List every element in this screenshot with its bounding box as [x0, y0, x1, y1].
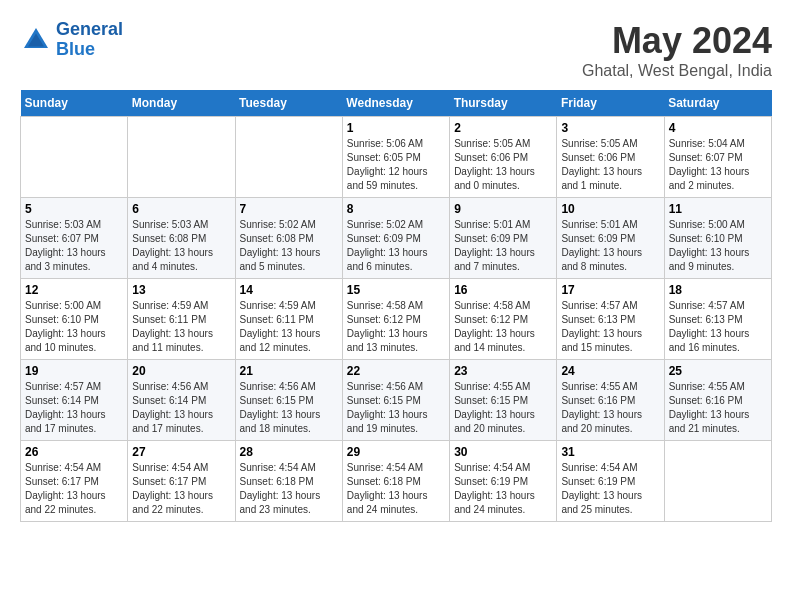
day-info: Sunrise: 4:59 AM Sunset: 6:11 PM Dayligh…	[132, 299, 230, 355]
day-info: Sunrise: 4:55 AM Sunset: 6:16 PM Dayligh…	[669, 380, 767, 436]
day-info: Sunrise: 5:04 AM Sunset: 6:07 PM Dayligh…	[669, 137, 767, 193]
day-cell: 13Sunrise: 4:59 AM Sunset: 6:11 PM Dayli…	[128, 279, 235, 360]
week-row: 19Sunrise: 4:57 AM Sunset: 6:14 PM Dayli…	[21, 360, 772, 441]
day-number: 20	[132, 364, 230, 378]
day-info: Sunrise: 4:56 AM Sunset: 6:15 PM Dayligh…	[240, 380, 338, 436]
day-cell: 9Sunrise: 5:01 AM Sunset: 6:09 PM Daylig…	[450, 198, 557, 279]
day-number: 4	[669, 121, 767, 135]
day-number: 16	[454, 283, 552, 297]
day-info: Sunrise: 4:54 AM Sunset: 6:18 PM Dayligh…	[240, 461, 338, 517]
day-info: Sunrise: 4:56 AM Sunset: 6:15 PM Dayligh…	[347, 380, 445, 436]
header-day: Saturday	[664, 90, 771, 117]
day-cell: 10Sunrise: 5:01 AM Sunset: 6:09 PM Dayli…	[557, 198, 664, 279]
logo-line1: General	[56, 19, 123, 39]
day-number: 9	[454, 202, 552, 216]
day-cell: 11Sunrise: 5:00 AM Sunset: 6:10 PM Dayli…	[664, 198, 771, 279]
day-info: Sunrise: 5:01 AM Sunset: 6:09 PM Dayligh…	[454, 218, 552, 274]
header-row: SundayMondayTuesdayWednesdayThursdayFrid…	[21, 90, 772, 117]
day-cell: 22Sunrise: 4:56 AM Sunset: 6:15 PM Dayli…	[342, 360, 449, 441]
day-info: Sunrise: 4:54 AM Sunset: 6:17 PM Dayligh…	[25, 461, 123, 517]
day-info: Sunrise: 4:57 AM Sunset: 6:13 PM Dayligh…	[561, 299, 659, 355]
day-number: 12	[25, 283, 123, 297]
day-number: 31	[561, 445, 659, 459]
day-cell: 31Sunrise: 4:54 AM Sunset: 6:19 PM Dayli…	[557, 441, 664, 522]
day-cell: 2Sunrise: 5:05 AM Sunset: 6:06 PM Daylig…	[450, 117, 557, 198]
header-day: Tuesday	[235, 90, 342, 117]
day-number: 15	[347, 283, 445, 297]
day-info: Sunrise: 5:00 AM Sunset: 6:10 PM Dayligh…	[669, 218, 767, 274]
day-number: 23	[454, 364, 552, 378]
header-day: Wednesday	[342, 90, 449, 117]
day-cell: 14Sunrise: 4:59 AM Sunset: 6:11 PM Dayli…	[235, 279, 342, 360]
day-cell: 7Sunrise: 5:02 AM Sunset: 6:08 PM Daylig…	[235, 198, 342, 279]
day-info: Sunrise: 4:54 AM Sunset: 6:19 PM Dayligh…	[561, 461, 659, 517]
day-cell: 6Sunrise: 5:03 AM Sunset: 6:08 PM Daylig…	[128, 198, 235, 279]
day-info: Sunrise: 4:58 AM Sunset: 6:12 PM Dayligh…	[347, 299, 445, 355]
logo-icon	[20, 24, 52, 56]
day-cell: 18Sunrise: 4:57 AM Sunset: 6:13 PM Dayli…	[664, 279, 771, 360]
day-info: Sunrise: 5:06 AM Sunset: 6:05 PM Dayligh…	[347, 137, 445, 193]
logo: General Blue	[20, 20, 123, 60]
day-number: 5	[25, 202, 123, 216]
day-cell: 5Sunrise: 5:03 AM Sunset: 6:07 PM Daylig…	[21, 198, 128, 279]
day-cell: 26Sunrise: 4:54 AM Sunset: 6:17 PM Dayli…	[21, 441, 128, 522]
day-cell	[21, 117, 128, 198]
day-info: Sunrise: 4:54 AM Sunset: 6:19 PM Dayligh…	[454, 461, 552, 517]
week-row: 26Sunrise: 4:54 AM Sunset: 6:17 PM Dayli…	[21, 441, 772, 522]
day-number: 17	[561, 283, 659, 297]
day-number: 13	[132, 283, 230, 297]
day-number: 26	[25, 445, 123, 459]
day-info: Sunrise: 4:57 AM Sunset: 6:14 PM Dayligh…	[25, 380, 123, 436]
day-info: Sunrise: 5:03 AM Sunset: 6:08 PM Dayligh…	[132, 218, 230, 274]
day-info: Sunrise: 5:01 AM Sunset: 6:09 PM Dayligh…	[561, 218, 659, 274]
logo-line2: Blue	[56, 39, 95, 59]
day-number: 30	[454, 445, 552, 459]
day-cell: 21Sunrise: 4:56 AM Sunset: 6:15 PM Dayli…	[235, 360, 342, 441]
day-number: 7	[240, 202, 338, 216]
day-number: 18	[669, 283, 767, 297]
day-info: Sunrise: 4:56 AM Sunset: 6:14 PM Dayligh…	[132, 380, 230, 436]
day-cell: 3Sunrise: 5:05 AM Sunset: 6:06 PM Daylig…	[557, 117, 664, 198]
day-cell: 19Sunrise: 4:57 AM Sunset: 6:14 PM Dayli…	[21, 360, 128, 441]
day-cell: 17Sunrise: 4:57 AM Sunset: 6:13 PM Dayli…	[557, 279, 664, 360]
day-cell: 25Sunrise: 4:55 AM Sunset: 6:16 PM Dayli…	[664, 360, 771, 441]
week-row: 12Sunrise: 5:00 AM Sunset: 6:10 PM Dayli…	[21, 279, 772, 360]
day-info: Sunrise: 5:02 AM Sunset: 6:09 PM Dayligh…	[347, 218, 445, 274]
day-cell: 15Sunrise: 4:58 AM Sunset: 6:12 PM Dayli…	[342, 279, 449, 360]
day-info: Sunrise: 4:55 AM Sunset: 6:15 PM Dayligh…	[454, 380, 552, 436]
day-cell: 4Sunrise: 5:04 AM Sunset: 6:07 PM Daylig…	[664, 117, 771, 198]
day-info: Sunrise: 4:58 AM Sunset: 6:12 PM Dayligh…	[454, 299, 552, 355]
day-number: 11	[669, 202, 767, 216]
header-day: Sunday	[21, 90, 128, 117]
day-number: 24	[561, 364, 659, 378]
day-cell	[235, 117, 342, 198]
logo-text: General Blue	[56, 20, 123, 60]
day-info: Sunrise: 4:55 AM Sunset: 6:16 PM Dayligh…	[561, 380, 659, 436]
header-day: Friday	[557, 90, 664, 117]
day-info: Sunrise: 4:59 AM Sunset: 6:11 PM Dayligh…	[240, 299, 338, 355]
day-cell: 30Sunrise: 4:54 AM Sunset: 6:19 PM Dayli…	[450, 441, 557, 522]
day-cell: 16Sunrise: 4:58 AM Sunset: 6:12 PM Dayli…	[450, 279, 557, 360]
day-info: Sunrise: 5:05 AM Sunset: 6:06 PM Dayligh…	[454, 137, 552, 193]
day-number: 21	[240, 364, 338, 378]
week-row: 1Sunrise: 5:06 AM Sunset: 6:05 PM Daylig…	[21, 117, 772, 198]
day-cell: 8Sunrise: 5:02 AM Sunset: 6:09 PM Daylig…	[342, 198, 449, 279]
day-number: 10	[561, 202, 659, 216]
day-number: 1	[347, 121, 445, 135]
page-header: General Blue May 2024 Ghatal, West Benga…	[20, 20, 772, 80]
day-cell: 28Sunrise: 4:54 AM Sunset: 6:18 PM Dayli…	[235, 441, 342, 522]
day-info: Sunrise: 4:54 AM Sunset: 6:18 PM Dayligh…	[347, 461, 445, 517]
header-day: Monday	[128, 90, 235, 117]
day-number: 28	[240, 445, 338, 459]
day-number: 8	[347, 202, 445, 216]
day-number: 19	[25, 364, 123, 378]
day-number: 25	[669, 364, 767, 378]
day-info: Sunrise: 5:05 AM Sunset: 6:06 PM Dayligh…	[561, 137, 659, 193]
day-number: 29	[347, 445, 445, 459]
day-info: Sunrise: 4:57 AM Sunset: 6:13 PM Dayligh…	[669, 299, 767, 355]
day-info: Sunrise: 5:02 AM Sunset: 6:08 PM Dayligh…	[240, 218, 338, 274]
day-cell: 24Sunrise: 4:55 AM Sunset: 6:16 PM Dayli…	[557, 360, 664, 441]
day-cell: 20Sunrise: 4:56 AM Sunset: 6:14 PM Dayli…	[128, 360, 235, 441]
day-info: Sunrise: 4:54 AM Sunset: 6:17 PM Dayligh…	[132, 461, 230, 517]
day-cell: 1Sunrise: 5:06 AM Sunset: 6:05 PM Daylig…	[342, 117, 449, 198]
